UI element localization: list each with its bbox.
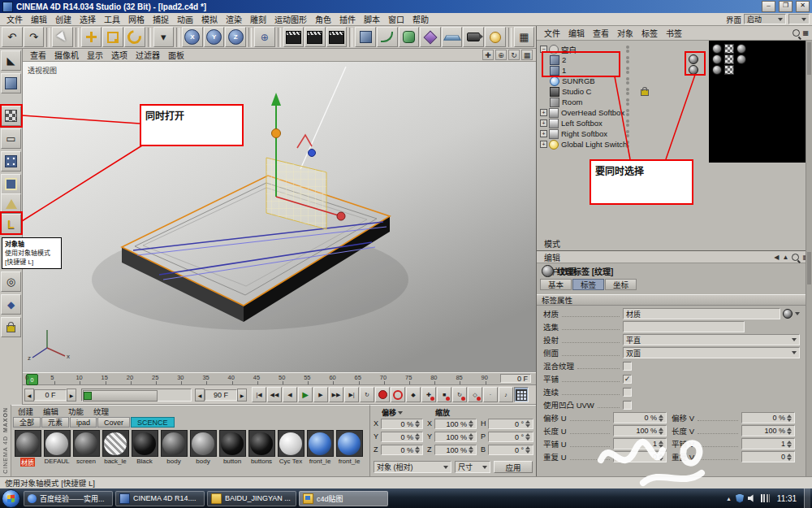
coord-B-field[interactable]: 0 ° (488, 445, 533, 455)
menubar-item-12[interactable]: 角色 (311, 12, 335, 26)
menubar-item-0[interactable]: 文件 (2, 12, 27, 26)
attribute-tab-标签[interactable]: 标签 (572, 279, 604, 290)
locked-y-button[interactable]: Y (204, 27, 225, 47)
menubar-item-3[interactable]: 选择 (76, 12, 100, 26)
render-visibility-dot[interactable] (626, 102, 629, 106)
render-visibility-dot[interactable] (626, 81, 629, 85)
material-thumbnail[interactable] (336, 430, 363, 457)
material-thumbnail[interactable] (278, 430, 304, 457)
prev-frame-button[interactable]: ◀ (283, 387, 297, 402)
material-tab-元素[interactable]: 元素 (41, 417, 69, 428)
editor-visibility-dot[interactable] (626, 56, 629, 59)
rotate-view-icon[interactable]: ↻ (508, 50, 520, 60)
network-icon[interactable] (761, 494, 770, 502)
timeline-scroll-thumb[interactable] (83, 390, 158, 402)
render-visibility-dot[interactable] (626, 92, 629, 95)
material-preview-icon[interactable] (783, 309, 793, 319)
object-row-1[interactable]: 2 (537, 54, 566, 65)
coords-size-dropdown[interactable]: 尺寸 (455, 461, 490, 473)
material-thumbnail[interactable] (219, 430, 246, 457)
menubar-item-14[interactable]: 脚本 (360, 12, 384, 26)
render-to-picture-viewer-button[interactable] (304, 27, 326, 47)
render-settings-button[interactable] (326, 27, 348, 47)
coord-X-field[interactable]: 0 % (381, 419, 423, 429)
spinner-icon[interactable] (787, 428, 792, 435)
viewport-menu-0[interactable]: 查看 (26, 48, 50, 62)
start-frame-field[interactable]: ◀ 0 F ▶ (24, 389, 76, 402)
menubar-item-8[interactable]: 模拟 (197, 12, 222, 26)
add-light-button[interactable] (485, 27, 506, 47)
coords-mode-dropdown[interactable]: 对象 (相对) (374, 461, 451, 473)
end-frame-field[interactable]: ◀ 90 F ▶ (195, 389, 247, 402)
move-button[interactable] (81, 27, 102, 47)
material-item[interactable]: button (218, 430, 247, 467)
object-row-6[interactable]: +OverHead Softbox (537, 107, 624, 118)
collapse-icon[interactable]: − (540, 46, 547, 53)
object-row-9[interactable]: +Global Light Switch (537, 139, 627, 150)
长度 U-field[interactable]: 100 % (613, 425, 667, 436)
spinner-icon[interactable] (415, 420, 420, 428)
object-row-2[interactable]: 1 (537, 65, 566, 76)
material-menu-2[interactable]: 功能 (63, 406, 89, 417)
display-filter-button[interactable]: ▦ (514, 27, 535, 47)
attr-menu-0[interactable]: 模式 (540, 237, 581, 250)
spinner-icon[interactable] (659, 441, 663, 448)
material-item[interactable]: front_le (335, 430, 364, 467)
spinner-icon[interactable] (787, 415, 792, 422)
expand-icon[interactable]: + (540, 130, 547, 137)
editor-visibility-dot[interactable] (626, 98, 629, 102)
menubar-item-15[interactable]: 窗口 (384, 12, 408, 26)
visibility-toggles[interactable] (623, 46, 633, 53)
menubar-item-6[interactable]: 捕捉 (149, 12, 173, 26)
live-selection-button[interactable] (52, 27, 73, 47)
object-row-3[interactable]: SUNRGB (537, 76, 595, 86)
taskbar-button-2[interactable]: BAIDU_JINGYAN ... (207, 491, 296, 506)
spinner-icon[interactable] (659, 428, 663, 435)
editor-visibility-dot[interactable] (626, 130, 629, 133)
toggle-views-icon[interactable]: ▦ (521, 50, 533, 60)
menubar-item-1[interactable]: 编辑 (27, 12, 51, 26)
sphere-tag-icon[interactable] (712, 65, 722, 75)
menubar-item-2[interactable]: 创建 (51, 12, 76, 26)
material-thumbnail[interactable] (102, 430, 129, 457)
coord-Y-field[interactable]: 100 % (434, 432, 477, 442)
spinner-icon[interactable] (787, 441, 792, 448)
next-key-button[interactable]: ▶▶ (329, 387, 343, 402)
material-tab-Cover[interactable]: Cover (97, 417, 130, 428)
coord-X-field[interactable]: 100 % (434, 419, 477, 429)
zoom-view-icon[interactable]: ⊕ (495, 50, 507, 60)
checkbox[interactable]: ✓ (623, 375, 632, 384)
visibility-toggles[interactable] (623, 119, 633, 127)
record-keyframe-button[interactable] (375, 387, 390, 402)
material-item[interactable]: DEFAUL (42, 430, 71, 467)
material-menu-3[interactable]: 纹理 (89, 406, 114, 417)
volume-icon[interactable] (748, 494, 757, 502)
material-link-field[interactable]: 材质 (623, 308, 780, 319)
coord-P-field[interactable]: 0 ° (488, 432, 533, 442)
render-visibility-dot[interactable] (626, 60, 629, 63)
material-thumbnail[interactable] (73, 430, 100, 457)
render-visibility-dot[interactable] (626, 145, 629, 148)
checkbox[interactable] (623, 362, 632, 371)
autokeying-button[interactable] (391, 387, 405, 402)
render-visibility-dot[interactable] (626, 134, 629, 137)
show-desktop-button[interactable] (804, 488, 810, 508)
checkbox[interactable] (623, 401, 632, 410)
decrement-icon[interactable]: ◀ (24, 389, 34, 402)
menubar-item-13[interactable]: 插件 (335, 12, 360, 26)
visibility-toggles[interactable] (623, 141, 633, 148)
goto-start-button[interactable]: |◀ (252, 387, 266, 402)
record-pla-button[interactable]: · (483, 387, 498, 402)
scale-button[interactable] (102, 27, 123, 47)
next-frame-button[interactable]: ▶ (313, 387, 328, 402)
expand-icon[interactable]: + (540, 141, 547, 148)
points-mode-button[interactable] (1, 151, 21, 172)
taskbar-button-3[interactable]: c4d贴图 (299, 491, 388, 506)
menubar-item-7[interactable]: 动画 (173, 12, 197, 26)
重复 U-field[interactable]: 0 (613, 451, 667, 462)
viewport-3d[interactable]: 透视视图 y z x (23, 62, 536, 372)
sphere-tag-icon[interactable] (712, 44, 722, 54)
layout-dropdown[interactable] (788, 14, 810, 24)
coords-col1-header[interactable]: 偏移 (382, 407, 403, 418)
spinner-icon[interactable] (659, 454, 663, 461)
